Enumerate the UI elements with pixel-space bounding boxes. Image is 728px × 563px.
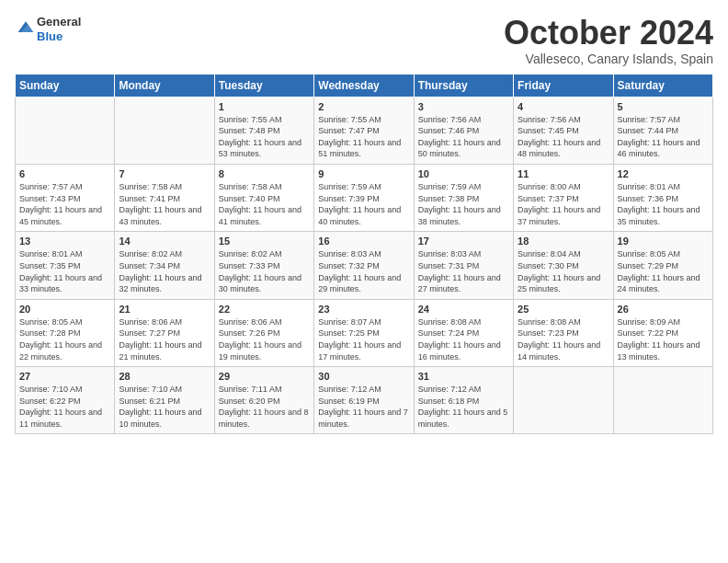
calendar-cell (613, 367, 712, 434)
header-day-wednesday: Wednesday (314, 74, 414, 97)
calendar-cell: 14Sunrise: 8:02 AM Sunset: 7:34 PM Dayli… (115, 232, 214, 299)
day-content: Sunrise: 8:07 AM Sunset: 7:25 PM Dayligh… (318, 316, 409, 362)
header-day-thursday: Thursday (414, 74, 513, 97)
day-content: Sunrise: 7:10 AM Sunset: 6:22 PM Dayligh… (19, 384, 110, 430)
day-content: Sunrise: 8:01 AM Sunset: 7:36 PM Dayligh… (618, 181, 709, 227)
day-number: 2 (318, 101, 409, 112)
logo: General Blue (15, 15, 81, 43)
day-content: Sunrise: 8:03 AM Sunset: 7:32 PM Dayligh… (318, 248, 409, 294)
day-number: 10 (418, 168, 509, 179)
calendar-cell: 2Sunrise: 7:55 AM Sunset: 7:47 PM Daylig… (314, 97, 414, 164)
logo-icon (17, 18, 35, 37)
day-number: 6 (19, 168, 110, 179)
calendar-week-row: 13Sunrise: 8:01 AM Sunset: 7:35 PM Dayli… (16, 232, 713, 299)
day-content: Sunrise: 7:55 AM Sunset: 7:47 PM Dayligh… (318, 114, 409, 160)
day-content: Sunrise: 8:00 AM Sunset: 7:37 PM Dayligh… (518, 181, 609, 227)
day-content: Sunrise: 8:09 AM Sunset: 7:22 PM Dayligh… (618, 316, 709, 362)
header-day-monday: Monday (115, 74, 214, 97)
header-day-saturday: Saturday (613, 74, 712, 97)
calendar-cell: 20Sunrise: 8:05 AM Sunset: 7:28 PM Dayli… (16, 299, 115, 366)
calendar-cell: 19Sunrise: 8:05 AM Sunset: 7:29 PM Dayli… (613, 232, 712, 299)
day-number: 11 (518, 168, 609, 179)
day-content: Sunrise: 8:02 AM Sunset: 7:33 PM Dayligh… (219, 248, 310, 294)
day-content: Sunrise: 8:01 AM Sunset: 7:35 PM Dayligh… (19, 248, 110, 294)
day-content: Sunrise: 8:06 AM Sunset: 7:26 PM Dayligh… (219, 316, 310, 362)
day-number: 15 (219, 236, 310, 247)
day-number: 1 (219, 101, 310, 112)
logo-blue-text: Blue (37, 29, 63, 43)
day-content: Sunrise: 7:56 AM Sunset: 7:46 PM Dayligh… (418, 114, 509, 160)
day-content: Sunrise: 8:05 AM Sunset: 7:29 PM Dayligh… (618, 248, 709, 294)
calendar-cell: 21Sunrise: 8:06 AM Sunset: 7:27 PM Dayli… (115, 299, 214, 366)
day-number: 18 (518, 236, 609, 247)
logo-general-text: General (37, 15, 81, 29)
day-content: Sunrise: 7:56 AM Sunset: 7:45 PM Dayligh… (518, 114, 609, 160)
day-content: Sunrise: 8:08 AM Sunset: 7:23 PM Dayligh… (518, 316, 609, 362)
day-number: 28 (119, 371, 210, 382)
day-number: 31 (418, 371, 509, 382)
calendar-cell: 30Sunrise: 7:12 AM Sunset: 6:19 PM Dayli… (314, 367, 414, 434)
location-subtitle: Valleseco, Canary Islands, Spain (504, 52, 713, 66)
calendar-cell (115, 97, 214, 164)
calendar-cell: 27Sunrise: 7:10 AM Sunset: 6:22 PM Dayli… (16, 367, 115, 434)
day-content: Sunrise: 8:04 AM Sunset: 7:30 PM Dayligh… (518, 248, 609, 294)
day-content: Sunrise: 8:03 AM Sunset: 7:31 PM Dayligh… (418, 248, 509, 294)
calendar-cell: 10Sunrise: 7:59 AM Sunset: 7:38 PM Dayli… (414, 164, 513, 231)
header-day-friday: Friday (514, 74, 613, 97)
calendar-cell: 4Sunrise: 7:56 AM Sunset: 7:45 PM Daylig… (514, 97, 613, 164)
page-header: General Blue October 2024 Valleseco, Can… (15, 15, 713, 66)
day-number: 4 (518, 101, 609, 112)
calendar-week-row: 6Sunrise: 7:57 AM Sunset: 7:43 PM Daylig… (16, 164, 713, 231)
calendar-table: SundayMondayTuesdayWednesdayThursdayFrid… (15, 74, 713, 435)
day-content: Sunrise: 8:06 AM Sunset: 7:27 PM Dayligh… (119, 316, 210, 362)
day-number: 23 (318, 304, 409, 315)
day-number: 22 (219, 304, 310, 315)
calendar-cell: 25Sunrise: 8:08 AM Sunset: 7:23 PM Dayli… (514, 299, 613, 366)
calendar-cell: 3Sunrise: 7:56 AM Sunset: 7:46 PM Daylig… (414, 97, 513, 164)
day-number: 24 (418, 304, 509, 315)
calendar-cell: 18Sunrise: 8:04 AM Sunset: 7:30 PM Dayli… (514, 232, 613, 299)
title-block: October 2024 Valleseco, Canary Islands, … (504, 15, 713, 66)
day-content: Sunrise: 7:59 AM Sunset: 7:39 PM Dayligh… (318, 181, 409, 227)
calendar-cell: 28Sunrise: 7:10 AM Sunset: 6:21 PM Dayli… (115, 367, 214, 434)
day-number: 30 (318, 371, 409, 382)
day-content: Sunrise: 8:02 AM Sunset: 7:34 PM Dayligh… (119, 248, 210, 294)
day-number: 7 (119, 168, 210, 179)
day-content: Sunrise: 8:08 AM Sunset: 7:24 PM Dayligh… (418, 316, 509, 362)
calendar-cell (514, 367, 613, 434)
header-day-tuesday: Tuesday (214, 74, 313, 97)
day-content: Sunrise: 7:58 AM Sunset: 7:40 PM Dayligh… (219, 181, 310, 227)
calendar-cell: 11Sunrise: 8:00 AM Sunset: 7:37 PM Dayli… (514, 164, 613, 231)
calendar-cell: 26Sunrise: 8:09 AM Sunset: 7:22 PM Dayli… (613, 299, 712, 366)
day-content: Sunrise: 7:59 AM Sunset: 7:38 PM Dayligh… (418, 181, 509, 227)
calendar-cell: 13Sunrise: 8:01 AM Sunset: 7:35 PM Dayli… (16, 232, 115, 299)
calendar-cell: 9Sunrise: 7:59 AM Sunset: 7:39 PM Daylig… (314, 164, 414, 231)
day-content: Sunrise: 7:11 AM Sunset: 6:20 PM Dayligh… (219, 384, 310, 430)
day-content: Sunrise: 7:58 AM Sunset: 7:41 PM Dayligh… (119, 181, 210, 227)
calendar-cell: 7Sunrise: 7:58 AM Sunset: 7:41 PM Daylig… (115, 164, 214, 231)
calendar-cell: 5Sunrise: 7:57 AM Sunset: 7:44 PM Daylig… (613, 97, 712, 164)
day-number: 20 (19, 304, 110, 315)
calendar-cell: 15Sunrise: 8:02 AM Sunset: 7:33 PM Dayli… (214, 232, 313, 299)
day-content: Sunrise: 7:12 AM Sunset: 6:19 PM Dayligh… (318, 384, 409, 430)
calendar-cell (16, 97, 115, 164)
calendar-cell: 8Sunrise: 7:58 AM Sunset: 7:40 PM Daylig… (214, 164, 313, 231)
day-number: 26 (618, 304, 709, 315)
day-number: 12 (618, 168, 709, 179)
day-number: 19 (618, 236, 709, 247)
day-content: Sunrise: 7:55 AM Sunset: 7:48 PM Dayligh… (219, 114, 310, 160)
calendar-cell: 24Sunrise: 8:08 AM Sunset: 7:24 PM Dayli… (414, 299, 513, 366)
calendar-week-row: 20Sunrise: 8:05 AM Sunset: 7:28 PM Dayli… (16, 299, 713, 366)
day-number: 8 (219, 168, 310, 179)
calendar-week-row: 27Sunrise: 7:10 AM Sunset: 6:22 PM Dayli… (16, 367, 713, 434)
calendar-cell: 12Sunrise: 8:01 AM Sunset: 7:36 PM Dayli… (613, 164, 712, 231)
day-content: Sunrise: 7:10 AM Sunset: 6:21 PM Dayligh… (119, 384, 210, 430)
day-number: 21 (119, 304, 210, 315)
day-number: 16 (318, 236, 409, 247)
day-number: 29 (219, 371, 310, 382)
day-number: 14 (119, 236, 210, 247)
day-content: Sunrise: 7:57 AM Sunset: 7:43 PM Dayligh… (19, 181, 110, 227)
day-number: 27 (19, 371, 110, 382)
calendar-cell: 16Sunrise: 8:03 AM Sunset: 7:32 PM Dayli… (314, 232, 414, 299)
calendar-cell: 1Sunrise: 7:55 AM Sunset: 7:48 PM Daylig… (214, 97, 313, 164)
